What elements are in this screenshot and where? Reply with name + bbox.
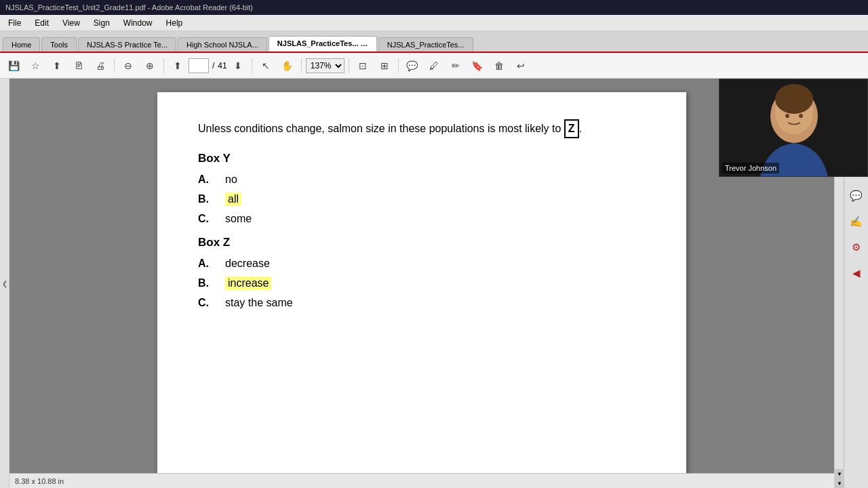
tab-close-icon[interactable]: ✕ <box>363 40 369 47</box>
prev-page-button[interactable]: ⬆ <box>168 56 187 75</box>
print-preview-button[interactable]: 🖹 <box>69 56 88 75</box>
right-panel-toggle-icon[interactable]: ◀ <box>846 263 867 283</box>
doc-page: Unless conditions change, salmon size in… <box>157 92 686 473</box>
title-bar: NJSLAS_PracticeTest_Unit2_Grade11.pdf - … <box>0 0 868 15</box>
tab-tools[interactable]: Tools <box>41 37 77 52</box>
box-y-option-c: C. some <box>198 213 646 225</box>
tab-njslas-practice[interactable]: NJSLAS-S Practice Te... <box>78 37 176 52</box>
separator-3 <box>252 58 252 73</box>
scroll-down-arrow[interactable]: ▼ <box>835 469 844 479</box>
menu-window[interactable]: Window <box>118 17 158 29</box>
separator-1 <box>114 58 115 73</box>
tab-njslas-active[interactable]: NJSLAS_PracticeTes... ✕ <box>269 36 377 52</box>
webcam-name-label: Trevor Johnson <box>722 163 779 174</box>
zoom-in-button[interactable]: ⊕ <box>140 56 159 75</box>
box-z-option-a: A. decrease <box>198 258 646 270</box>
menu-sign[interactable]: Sign <box>88 17 115 29</box>
title-text: NJSLAS_PracticeTest_Unit2_Grade11.pdf - … <box>5 3 253 12</box>
boxed-z-letter: Z <box>564 119 579 138</box>
toolbar: 💾 ☆ ⬆ 🖹 🖨 ⊖ ⊕ ⬆ 19 / 41 ⬇ ↖ ✋ 50% 75% 10… <box>0 53 868 79</box>
box-z-option-c: C. stay the same <box>198 297 646 309</box>
undo-button[interactable]: ↩ <box>511 56 530 75</box>
svg-point-4 <box>785 114 789 118</box>
separator-4 <box>301 58 302 73</box>
svg-point-3 <box>775 84 813 114</box>
stamp-button[interactable]: 🔖 <box>468 56 487 75</box>
next-page-button[interactable]: ⬇ <box>229 56 248 75</box>
separator-5 <box>349 58 349 73</box>
scroll-bottom-arrow[interactable]: ▼ <box>835 479 844 488</box>
comment-button[interactable]: 💬 <box>403 56 422 75</box>
webcam-panel: Trevor Johnson <box>719 79 868 177</box>
left-panel-toggle[interactable]: ❮ <box>0 79 9 488</box>
page-navigation: ⬆ 19 / 41 ⬇ <box>168 56 248 75</box>
main-layout: ❮ <box>0 79 868 488</box>
upload-button[interactable]: ⬆ <box>47 56 66 75</box>
right-comment-icon[interactable]: 💬 <box>846 186 867 206</box>
print-button[interactable]: 🖨 <box>91 56 110 75</box>
marquee-zoom-button[interactable]: ⊡ <box>353 56 372 75</box>
menu-bar: File Edit View Sign Window Help <box>0 15 868 31</box>
tab-bar: Home Tools NJSLAS-S Practice Te... High … <box>0 31 868 53</box>
right-fill-sign-icon[interactable]: ✍ <box>846 211 867 232</box>
zoom-out-button[interactable]: ⊖ <box>119 56 138 75</box>
select-tool-button[interactable]: ↖ <box>256 56 275 75</box>
box-z-header: Box Z <box>198 236 646 249</box>
box-y-option-a: A. no <box>198 174 646 186</box>
tab-home[interactable]: Home <box>3 37 40 52</box>
page-separator: / <box>210 61 216 70</box>
box-y-header: Box Y <box>198 152 646 165</box>
menu-file[interactable]: File <box>3 17 26 29</box>
zoom-select[interactable]: 50% 75% 100% 125% 137% 150% 200% <box>306 58 344 73</box>
delete-button[interactable]: 🗑 <box>490 56 509 75</box>
page-total: 41 <box>218 61 226 70</box>
doc-area-wrapper: Trevor Johnson Unless conditions change,… <box>9 79 868 488</box>
svg-point-5 <box>799 114 803 118</box>
bookmark-button[interactable]: ☆ <box>26 56 45 75</box>
menu-help[interactable]: Help <box>161 17 189 29</box>
separator-6 <box>398 58 399 73</box>
tab-njslas-2[interactable]: NJSLAS_PracticeTes... <box>378 37 473 52</box>
save-button[interactable]: 💾 <box>4 56 23 75</box>
dimensions-text: 8.38 x 10.88 in <box>15 477 64 485</box>
menu-edit[interactable]: Edit <box>29 17 54 29</box>
highlight-button[interactable]: 🖊 <box>425 56 443 75</box>
box-y-option-b: B. all <box>198 192 646 206</box>
tab-highschool[interactable]: High School NJSLA... <box>178 37 267 52</box>
fit-page-button[interactable]: ⊞ <box>375 56 394 75</box>
webcam-video <box>719 79 867 176</box>
doc-intro-text: Unless conditions change, salmon size in… <box>198 119 646 138</box>
status-bar: 8.38 x 10.88 in <box>9 473 834 488</box>
doc-scroll[interactable]: Unless conditions change, salmon size in… <box>9 79 834 473</box>
drawing-button[interactable]: ✏ <box>446 56 465 75</box>
right-more-tools-icon[interactable]: ⚙ <box>846 237 867 258</box>
separator-2 <box>163 58 164 73</box>
menu-view[interactable]: View <box>57 17 85 29</box>
hand-tool-button[interactable]: ✋ <box>278 56 297 75</box>
doc-area: Unless conditions change, salmon size in… <box>9 79 834 488</box>
page-number-input[interactable]: 19 <box>189 58 209 73</box>
box-z-option-b: B. increase <box>198 277 646 290</box>
